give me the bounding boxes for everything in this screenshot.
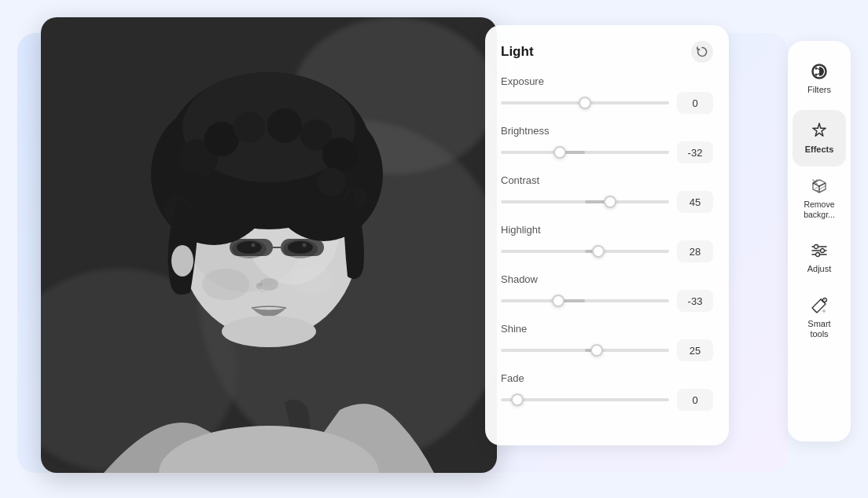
sidebar-item-remove-bg[interactable]: Removebackgr... xyxy=(793,170,846,226)
slider-thumb-shine[interactable] xyxy=(590,344,603,357)
filters-label: Filters xyxy=(807,85,831,95)
svg-point-38 xyxy=(222,316,316,347)
effects-label: Effects xyxy=(805,145,834,155)
slider-thumb-highlight[interactable] xyxy=(592,245,605,258)
light-panel: Light ExposureBrightnessContrastHighligh… xyxy=(485,25,729,445)
remove-bg-label: Removebackgr... xyxy=(804,200,835,219)
slider-value-exposure[interactable] xyxy=(677,92,713,114)
svg-line-54 xyxy=(814,309,816,312)
slider-track-shine[interactable] xyxy=(501,349,669,352)
slider-label-exposure: Exposure xyxy=(501,75,713,87)
svg-point-42 xyxy=(822,71,824,73)
sidebar-item-effects[interactable]: Effects xyxy=(793,110,846,167)
slider-value-highlight[interactable] xyxy=(677,240,713,262)
filters-icon xyxy=(809,61,829,82)
slider-track-shadow[interactable] xyxy=(501,299,669,302)
slider-row-shine[interactable] xyxy=(501,339,713,361)
svg-point-15 xyxy=(234,112,265,143)
smart-tools-icon xyxy=(809,295,829,316)
app-container: Light ExposureBrightnessContrastHighligh… xyxy=(17,17,851,481)
slider-row-exposure[interactable] xyxy=(501,92,713,114)
slider-track-contrast[interactable] xyxy=(501,200,669,203)
slider-value-brightness[interactable] xyxy=(677,141,713,163)
effects-icon xyxy=(809,121,829,141)
slider-label-shadow: Shadow xyxy=(501,273,713,285)
panel-title: Light xyxy=(501,44,534,60)
slider-row-contrast[interactable] xyxy=(501,191,713,213)
photo-container xyxy=(41,17,497,473)
slider-row-shadow[interactable] xyxy=(501,290,713,312)
slider-label-shine: Shine xyxy=(501,323,713,335)
svg-point-37 xyxy=(290,266,334,295)
slider-label-highlight: Highlight xyxy=(501,224,713,236)
reset-button[interactable] xyxy=(691,41,713,63)
slider-value-contrast[interactable] xyxy=(677,191,713,213)
svg-point-16 xyxy=(267,108,302,143)
slider-track-exposure[interactable] xyxy=(501,101,669,104)
sidebar-item-adjust[interactable]: Adjust xyxy=(793,229,846,286)
slider-thumb-fade[interactable] xyxy=(511,394,524,406)
slider-value-shadow[interactable] xyxy=(677,290,713,312)
slider-track-fade[interactable] xyxy=(501,398,669,401)
slider-thumb-brightness[interactable] xyxy=(554,146,566,159)
slider-group-shine: Shine xyxy=(501,323,713,361)
slider-thumb-shadow[interactable] xyxy=(552,295,565,307)
slider-thumb-exposure[interactable] xyxy=(579,97,591,109)
slider-label-fade: Fade xyxy=(501,372,713,384)
slider-track-brightness[interactable] xyxy=(501,151,669,154)
slider-group-contrast: Contrast xyxy=(501,174,713,213)
slider-group-fade: Fade xyxy=(501,372,713,411)
svg-point-52 xyxy=(816,253,820,257)
sidebar-item-filters[interactable]: Filters xyxy=(793,50,846,107)
sidebar-item-smart-tools[interactable]: Smarttools xyxy=(793,289,846,346)
slider-row-highlight[interactable] xyxy=(501,240,713,262)
slider-group-highlight: Highlight xyxy=(501,224,713,262)
remove-bg-icon xyxy=(809,176,829,196)
svg-point-36 xyxy=(202,269,249,300)
adjust-label: Adjust xyxy=(807,264,832,274)
panel-header: Light xyxy=(501,41,713,63)
svg-point-18 xyxy=(322,137,357,172)
svg-point-41 xyxy=(815,68,818,70)
adjust-icon xyxy=(809,240,829,261)
slider-thumb-contrast[interactable] xyxy=(604,196,616,208)
svg-point-51 xyxy=(821,249,825,253)
slider-track-highlight[interactable] xyxy=(501,250,669,253)
smart-tools-label: Smarttools xyxy=(807,319,830,339)
svg-rect-30 xyxy=(230,239,273,256)
svg-point-19 xyxy=(318,168,346,196)
sliders-container: ExposureBrightnessContrastHighlightShado… xyxy=(501,75,713,411)
svg-point-39 xyxy=(171,245,193,276)
slider-label-contrast: Contrast xyxy=(501,174,713,186)
svg-point-33 xyxy=(259,278,278,291)
svg-rect-31 xyxy=(281,239,324,256)
slider-group-exposure: Exposure xyxy=(501,75,713,114)
svg-point-43 xyxy=(815,74,818,76)
slider-value-shine[interactable] xyxy=(677,339,713,361)
right-sidebar: Filters Effects Removebackgr... xyxy=(788,41,851,441)
svg-point-50 xyxy=(815,245,818,249)
slider-row-brightness[interactable] xyxy=(501,141,713,163)
slider-row-fade[interactable] xyxy=(501,389,713,411)
slider-group-brightness: Brightness xyxy=(501,125,713,163)
slider-label-brightness: Brightness xyxy=(501,125,713,137)
slider-group-shadow: Shadow xyxy=(501,273,713,312)
slider-value-fade[interactable] xyxy=(677,389,713,411)
